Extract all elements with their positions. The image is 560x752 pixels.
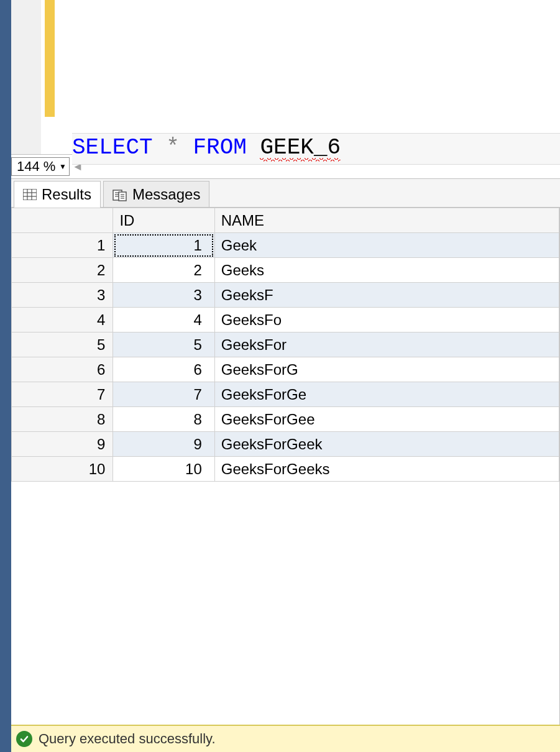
row-number[interactable]: 2 (12, 258, 113, 283)
cell-name[interactable]: GeeksFor (214, 332, 559, 357)
window-left-border (0, 0, 11, 752)
row-number[interactable]: 5 (12, 332, 113, 357)
cell-name[interactable]: GeeksF (214, 283, 559, 308)
table-row[interactable]: 44GeeksFo (12, 308, 559, 332)
cell-id[interactable]: 9 (113, 432, 214, 457)
table-row[interactable]: 22Geeks (12, 258, 559, 283)
results-pane: ID NAME 11Geek22Geeks33GeeksF44GeeksFo55… (11, 208, 560, 725)
row-number[interactable]: 4 (12, 308, 113, 332)
cell-name[interactable]: GeeksForG (214, 357, 559, 382)
row-number[interactable]: 7 (12, 382, 113, 407)
sql-query-line[interactable]: SELECT * FROM GEEK_6 (72, 133, 560, 165)
cell-name[interactable]: GeeksForGeek (214, 432, 559, 457)
tab-messages-label: Messages (132, 186, 200, 203)
chevron-down-icon: ▼ (59, 162, 67, 171)
table-row[interactable]: 1010GeeksForGeeks (12, 457, 559, 482)
row-number[interactable]: 1 (12, 233, 113, 258)
zoom-value: 144 % (17, 158, 55, 175)
table-row[interactable]: 99GeeksForGeek (12, 432, 559, 457)
app-root: SELECT * FROM GEEK_6 144 % ▼ ◄ (0, 0, 560, 752)
sql-editor[interactable]: SELECT * FROM GEEK_6 (11, 0, 560, 154)
tab-results[interactable]: Results (14, 181, 101, 207)
zoom-dropdown[interactable]: 144 % ▼ (11, 157, 70, 176)
row-number[interactable]: 6 (12, 357, 113, 382)
table-row[interactable]: 77GeeksForGe (12, 382, 559, 407)
tab-results-label: Results (42, 186, 91, 203)
query-status-bar: Query executed successfully. (11, 725, 560, 752)
cell-id[interactable]: 7 (113, 382, 214, 407)
cell-name[interactable]: GeeksFo (214, 308, 559, 332)
table-row[interactable]: 88GeeksForGee (12, 407, 559, 432)
error-squiggle (260, 158, 341, 162)
cell-id[interactable]: 3 (113, 283, 214, 308)
sql-keyword-select: SELECT (72, 135, 153, 160)
editor-gutter (11, 0, 41, 154)
table-row[interactable]: 11Geek (12, 233, 559, 258)
tab-messages[interactable]: Messages (103, 181, 209, 207)
sql-table-text: GEEK_6 (260, 135, 341, 160)
status-message: Query executed successfully. (39, 731, 216, 747)
sql-keyword-from: FROM (193, 135, 246, 160)
table-row[interactable]: 55GeeksFor (12, 332, 559, 357)
cell-id[interactable]: 1 (113, 233, 214, 258)
table-row[interactable]: 33GeeksF (12, 283, 559, 308)
sql-star: * (166, 135, 180, 160)
cell-id[interactable]: 8 (113, 407, 214, 432)
row-number[interactable]: 10 (12, 457, 113, 482)
messages-icon (112, 188, 127, 201)
cell-name[interactable]: GeeksForGee (214, 407, 559, 432)
cell-id[interactable]: 10 (113, 457, 214, 482)
table-row[interactable]: 66GeeksForG (12, 357, 559, 382)
success-check-icon (16, 731, 32, 747)
cell-id[interactable]: 2 (113, 258, 214, 283)
cell-name[interactable]: Geek (214, 233, 559, 258)
row-number[interactable]: 3 (12, 283, 113, 308)
cell-name[interactable]: GeeksForGeeks (214, 457, 559, 482)
results-grid-icon (23, 189, 37, 200)
row-number[interactable]: 8 (12, 407, 113, 432)
cell-name[interactable]: GeeksForGe (214, 382, 559, 407)
editor-code-area[interactable]: SELECT * FROM GEEK_6 (41, 0, 560, 154)
svg-rect-0 (23, 189, 37, 200)
sql-table-name: GEEK_6 (260, 135, 341, 160)
cell-name[interactable]: Geeks (214, 258, 559, 283)
cell-id[interactable]: 5 (113, 332, 214, 357)
results-table[interactable]: ID NAME 11Geek22Geeks33GeeksF44GeeksFo55… (11, 208, 559, 482)
cell-id[interactable]: 4 (113, 308, 214, 332)
cell-id[interactable]: 6 (113, 357, 214, 382)
row-number[interactable]: 9 (12, 432, 113, 457)
main-column: SELECT * FROM GEEK_6 144 % ▼ ◄ (11, 0, 560, 752)
